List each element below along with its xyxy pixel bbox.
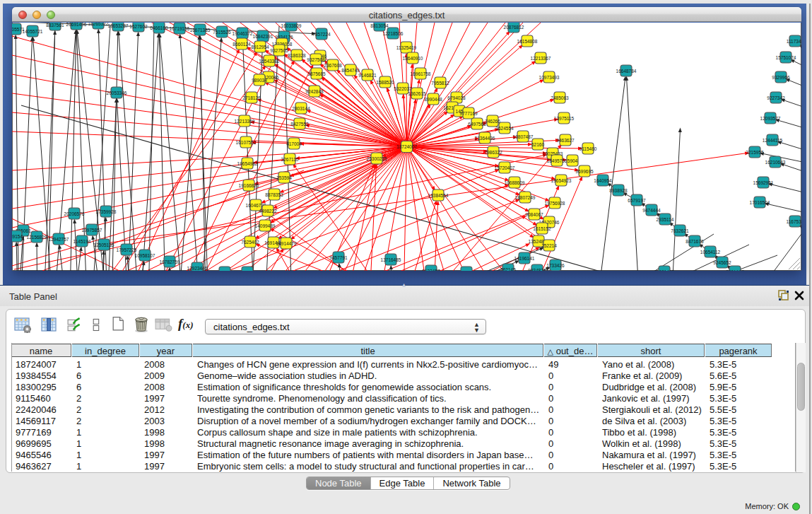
svg-text:7986322: 7986322 [484,150,502,155]
svg-text:15692951: 15692951 [753,180,774,185]
svg-text:2718126: 2718126 [242,95,261,100]
svg-text:9146821: 9146821 [358,73,377,78]
svg-text:2367608: 2367608 [324,63,342,68]
svg-text:17359928: 17359928 [96,209,117,214]
svg-text:7955812: 7955812 [431,81,449,86]
svg-text:14055721: 14055721 [23,29,43,34]
svg-text:15751074: 15751074 [776,55,796,60]
svg-text:10807487: 10807487 [513,134,534,139]
svg-text:12942757: 12942757 [49,237,69,242]
svg-text:1117348: 1117348 [787,39,801,44]
svg-text:16210643: 16210643 [765,160,786,165]
svg-text:9245652: 9245652 [713,260,731,265]
svg-text:8938928: 8938928 [609,188,628,193]
svg-text:8878353: 8878353 [265,192,283,197]
svg-text:12505135: 12505135 [94,243,114,247]
svg-text:3875685: 3875685 [307,71,326,76]
svg-text:9115460: 9115460 [579,146,597,151]
svg-text:1615152: 1615152 [533,226,551,231]
svg-text:19756928: 19756928 [545,201,565,206]
svg-text:15720407: 15720407 [495,165,515,170]
svg-text:10653287: 10653287 [108,23,129,28]
svg-text:12213367: 12213367 [531,56,551,61]
svg-text:16265322: 16265322 [88,23,109,26]
svg-text:19654982: 19654982 [237,161,258,166]
svg-text:1640954: 1640954 [594,178,612,183]
svg-text:12093577: 12093577 [760,116,781,121]
svg-text:10654112: 10654112 [700,250,721,255]
svg-text:9227342: 9227342 [767,95,785,100]
svg-text:18807249: 18807249 [515,195,536,200]
svg-text:1733426: 1733426 [546,263,565,268]
svg-text:1588520: 1588520 [376,80,394,85]
svg-text:10973493: 10973493 [539,75,560,80]
svg-text:9327508: 9327508 [307,57,325,62]
svg-text:19975857: 19975857 [82,228,102,233]
svg-text:10688609: 10688609 [505,180,525,185]
svg-text:8471676: 8471676 [686,239,704,244]
svg-text:9699695: 9699695 [575,169,594,174]
svg-text:18495756: 18495756 [547,158,567,163]
svg-text:20053346: 20053346 [107,90,127,95]
svg-text:1527602: 1527602 [129,24,148,29]
svg-text:6579197: 6579197 [628,198,646,203]
svg-text:2935114: 2935114 [657,217,674,222]
svg-text:2803144: 2803144 [292,106,310,111]
svg-text:8231907: 8231907 [726,269,744,271]
svg-text:8912954: 8912954 [251,45,269,49]
svg-text:8660124: 8660124 [233,42,251,47]
svg-text:16154808: 16154808 [517,39,538,44]
svg-text:9327505: 9327505 [270,48,288,53]
svg-text:39154: 39154 [12,234,23,239]
svg-text:746266: 746266 [485,119,500,124]
svg-text:19384554: 19384554 [428,193,449,198]
svg-text:16648784: 16648784 [616,69,637,74]
svg-text:16782759: 16782759 [160,259,180,264]
svg-text:7857224: 7857224 [312,32,331,37]
svg-text:3215955: 3215955 [746,150,764,155]
svg-text:9242848: 9242848 [305,89,324,94]
svg-text:1167534: 1167534 [787,219,801,224]
svg-text:16961758: 16961758 [411,71,431,76]
svg-text:20876812: 20876812 [504,25,524,30]
svg-text:10719155: 10719155 [170,26,190,31]
svg-text:7625402: 7625402 [241,240,259,245]
svg-text:11325419: 11325419 [396,45,417,50]
svg-text:7515526: 7515526 [213,30,231,35]
svg-text:18640910: 18640910 [403,56,423,61]
svg-text:12156829: 12156829 [27,235,47,240]
svg-text:17957225: 17957225 [117,247,137,252]
svg-text:16543382: 16543382 [259,59,280,64]
svg-text:12444115: 12444115 [763,138,783,143]
svg-text:17016504: 17016504 [750,200,770,205]
svg-text:8454749: 8454749 [341,68,360,73]
svg-text:7632621: 7632621 [671,228,689,233]
svg-text:4498222: 4498222 [259,209,277,214]
svg-text:16842391: 16842391 [253,34,273,39]
svg-text:14099489: 14099489 [255,223,276,228]
svg-text:3624554: 3624554 [495,126,514,131]
svg-text:16671385: 16671385 [190,28,211,33]
svg-text:62160: 62160 [531,142,544,147]
svg-text:16033809: 16033809 [281,23,302,28]
svg-text:11231455: 11231455 [654,269,675,271]
svg-text:5322037: 5322037 [394,86,412,91]
svg-text:13716485: 13716485 [381,257,401,262]
svg-text:20206576: 20206576 [64,211,85,216]
svg-text:10784512: 10784512 [457,270,477,271]
svg-text:7712903: 7712903 [238,270,257,271]
svg-text:9777169: 9777169 [459,111,478,116]
svg-text:25300235: 25300235 [367,156,387,161]
svg-text:8990448: 8990448 [424,97,442,102]
svg-text:1145194: 1145194 [73,239,91,244]
svg-text:6497568: 6497568 [468,122,486,127]
svg-text:12218506: 12218506 [383,31,404,36]
svg-text:989034: 989034 [252,78,267,83]
svg-text:3267110: 3267110 [281,157,299,162]
svg-text:1362615: 1362615 [408,91,426,96]
svg-text:662145: 662145 [500,267,516,271]
svg-text:6794028: 6794028 [447,95,466,100]
svg-text:8427552: 8427552 [290,122,309,127]
svg-text:9329966: 9329966 [772,75,790,80]
svg-text:252214: 252214 [541,243,557,248]
